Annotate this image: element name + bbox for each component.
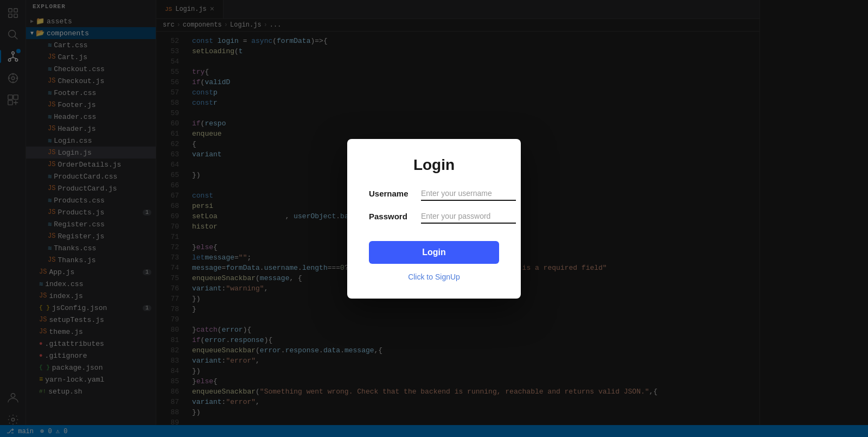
password-form-group: Password [369,210,499,224]
username-input[interactable] [421,187,516,201]
username-form-group: Username [369,187,499,201]
password-input[interactable] [421,210,516,224]
login-modal: Login Username Password Login Click to S… [347,139,521,299]
modal-title: Login [413,156,455,174]
username-label: Username [369,189,412,198]
password-label: Password [369,212,412,221]
modal-overlay: Login Username Password Login Click to S… [0,0,868,437]
login-button[interactable]: Login [369,241,499,264]
signup-link[interactable]: Click to SignUp [408,273,460,281]
